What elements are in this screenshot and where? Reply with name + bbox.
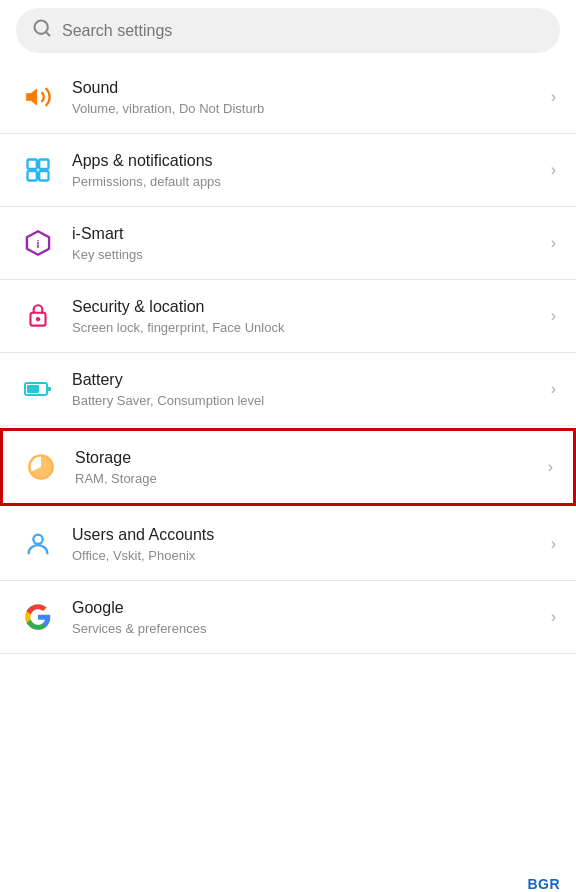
security-title: Security & location <box>72 297 543 318</box>
google-title: Google <box>72 598 543 619</box>
search-bar[interactable] <box>16 8 560 53</box>
ismart-title: i-Smart <box>72 224 543 245</box>
settings-list: Sound Volume, vibration, Do Not Disturb … <box>0 61 576 654</box>
sound-text: Sound Volume, vibration, Do Not Disturb <box>72 78 543 116</box>
google-icon <box>16 595 60 639</box>
storage-text: Storage RAM, Storage <box>75 448 540 486</box>
users-title: Users and Accounts <box>72 525 543 546</box>
settings-item-security[interactable]: Security & location Screen lock, fingerp… <box>0 280 576 353</box>
svg-rect-13 <box>27 385 39 393</box>
security-subtitle: Screen lock, fingerprint, Face Unlock <box>72 320 543 335</box>
bgr-watermark: BGR <box>527 876 560 892</box>
chevron-icon: › <box>551 608 556 626</box>
chevron-icon: › <box>551 307 556 325</box>
settings-item-users[interactable]: Users and Accounts Office, Vskit, Phoeni… <box>0 508 576 581</box>
battery-title: Battery <box>72 370 543 391</box>
apps-text: Apps & notifications Permissions, defaul… <box>72 151 543 189</box>
google-text: Google Services & preferences <box>72 598 543 636</box>
settings-item-battery[interactable]: Battery Battery Saver, Consumption level… <box>0 353 576 426</box>
battery-icon <box>16 367 60 411</box>
chevron-icon: › <box>548 458 553 476</box>
ismart-text: i-Smart Key settings <box>72 224 543 262</box>
security-text: Security & location Screen lock, fingerp… <box>72 297 543 335</box>
settings-item-apps[interactable]: Apps & notifications Permissions, defaul… <box>0 134 576 207</box>
battery-text: Battery Battery Saver, Consumption level <box>72 370 543 408</box>
storage-subtitle: RAM, Storage <box>75 471 540 486</box>
apps-title: Apps & notifications <box>72 151 543 172</box>
chevron-icon: › <box>551 88 556 106</box>
chevron-icon: › <box>551 161 556 179</box>
storage-icon <box>19 445 63 489</box>
sound-icon <box>16 75 60 119</box>
settings-page: Sound Volume, vibration, Do Not Disturb … <box>0 8 576 892</box>
storage-title: Storage <box>75 448 540 469</box>
ismart-icon: i <box>16 221 60 265</box>
google-subtitle: Services & preferences <box>72 621 543 636</box>
security-icon <box>16 294 60 338</box>
svg-marker-2 <box>26 89 36 105</box>
apps-icon <box>16 148 60 192</box>
svg-rect-12 <box>47 387 51 391</box>
users-text: Users and Accounts Office, Vskit, Phoeni… <box>72 525 543 563</box>
chevron-icon: › <box>551 535 556 553</box>
svg-rect-3 <box>28 160 37 169</box>
chevron-icon: › <box>551 234 556 252</box>
search-input[interactable] <box>62 22 544 40</box>
svg-rect-5 <box>28 171 37 180</box>
svg-rect-6 <box>39 171 48 180</box>
apps-subtitle: Permissions, default apps <box>72 174 543 189</box>
settings-item-storage[interactable]: Storage RAM, Storage › <box>0 428 576 506</box>
sound-title: Sound <box>72 78 543 99</box>
users-icon <box>16 522 60 566</box>
battery-subtitle: Battery Saver, Consumption level <box>72 393 543 408</box>
ismart-subtitle: Key settings <box>72 247 543 262</box>
search-icon <box>32 18 52 43</box>
svg-point-10 <box>36 317 40 321</box>
svg-rect-4 <box>39 160 48 169</box>
settings-item-sound[interactable]: Sound Volume, vibration, Do Not Disturb … <box>0 61 576 134</box>
svg-text:i: i <box>37 238 40 250</box>
svg-point-15 <box>33 535 42 544</box>
settings-item-ismart[interactable]: i i-Smart Key settings › <box>0 207 576 280</box>
settings-item-google[interactable]: Google Services & preferences › <box>0 581 576 654</box>
svg-line-1 <box>46 32 50 36</box>
sound-subtitle: Volume, vibration, Do Not Disturb <box>72 101 543 116</box>
users-subtitle: Office, Vskit, Phoenix <box>72 548 543 563</box>
chevron-icon: › <box>551 380 556 398</box>
